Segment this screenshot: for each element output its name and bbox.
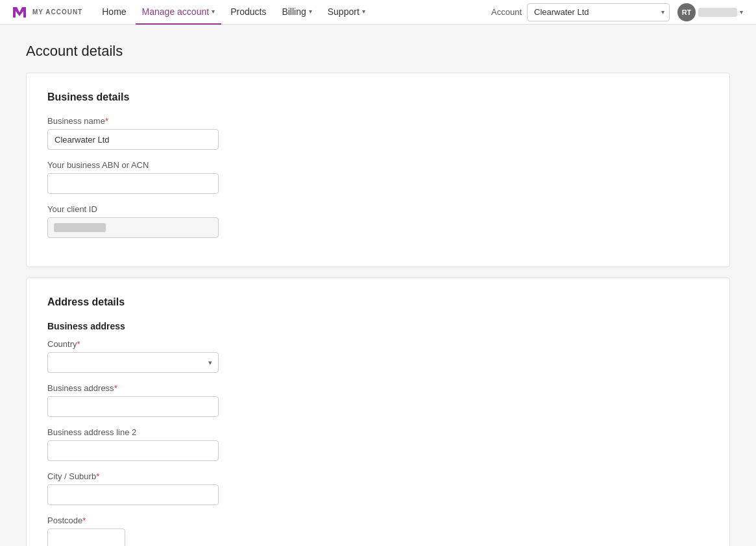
avatar-name-blurred xyxy=(698,8,737,17)
nav-home[interactable]: Home xyxy=(95,0,132,25)
navbar-right: Account Clearwater Ltd ▾ RT ▾ xyxy=(491,3,746,21)
city-input[interactable] xyxy=(47,484,219,505)
account-select[interactable]: Clearwater Ltd xyxy=(527,3,670,21)
business-name-input[interactable] xyxy=(47,129,219,150)
billing-chevron-icon: ▾ xyxy=(309,8,312,15)
postcode-input[interactable] xyxy=(47,528,125,546)
address-details-title: Address details xyxy=(47,296,709,308)
postcode-required-marker: * xyxy=(82,516,86,525)
business-name-group: Business name* xyxy=(47,116,709,150)
address-details-card: Address details Business address Country… xyxy=(26,278,730,546)
support-chevron-icon: ▾ xyxy=(362,8,365,15)
client-id-group: Your client ID xyxy=(47,204,709,238)
logo[interactable]: MY ACCOUNT xyxy=(10,3,82,21)
nav-links: Home Manage account ▾ Products Billing ▾… xyxy=(95,0,491,25)
abn-input[interactable] xyxy=(47,173,219,194)
logo-text: MY ACCOUNT xyxy=(32,8,82,16)
avatar: RT xyxy=(677,3,696,21)
account-label: Account xyxy=(491,7,522,17)
postcode-group: Postcode* xyxy=(47,516,709,546)
address-line2-label: Business address line 2 xyxy=(47,427,709,437)
nav-billing[interactable]: Billing ▾ xyxy=(275,0,318,25)
business-address-group: Business address* xyxy=(47,383,709,417)
country-select[interactable] xyxy=(47,352,219,373)
postcode-label: Postcode* xyxy=(47,516,709,525)
client-id-blur xyxy=(54,223,106,232)
country-label: Country* xyxy=(47,339,709,349)
business-address-input[interactable] xyxy=(47,396,219,417)
country-select-wrap: ▾ xyxy=(47,352,219,373)
address-line2-group: Business address line 2 xyxy=(47,427,709,461)
business-address-label: Business address* xyxy=(47,383,709,393)
address-required-marker: * xyxy=(114,383,117,393)
avatar-button[interactable]: RT ▾ xyxy=(675,3,746,21)
nav-manage-account[interactable]: Manage account ▾ xyxy=(136,0,222,25)
navbar: MY ACCOUNT Home Manage account ▾ Product… xyxy=(0,0,756,25)
manage-account-chevron-icon: ▾ xyxy=(212,8,215,15)
avatar-chevron-icon: ▾ xyxy=(740,8,743,16)
country-required-marker: * xyxy=(77,339,80,349)
nav-products[interactable]: Products xyxy=(224,0,273,25)
nav-support[interactable]: Support ▾ xyxy=(321,0,372,25)
business-name-label: Business name* xyxy=(47,116,709,126)
address-line2-input[interactable] xyxy=(47,440,219,461)
required-marker: * xyxy=(105,116,108,126)
business-address-subtitle: Business address xyxy=(47,321,709,331)
abn-group: Your business ABN or ACN xyxy=(47,160,709,194)
client-id-label: Your client ID xyxy=(47,204,709,214)
city-required-marker: * xyxy=(96,471,99,481)
page-title: Account details xyxy=(26,43,730,60)
country-group: Country* ▾ xyxy=(47,339,709,373)
main-content: Account details Business details Busines… xyxy=(0,25,756,546)
abn-label: Your business ABN or ACN xyxy=(47,160,709,170)
city-label: City / Suburb* xyxy=(47,471,709,481)
business-details-title: Business details xyxy=(47,91,709,103)
account-select-wrap: Clearwater Ltd ▾ xyxy=(527,3,670,21)
city-group: City / Suburb* xyxy=(47,471,709,505)
business-details-card: Business details Business name* Your bus… xyxy=(26,73,730,267)
